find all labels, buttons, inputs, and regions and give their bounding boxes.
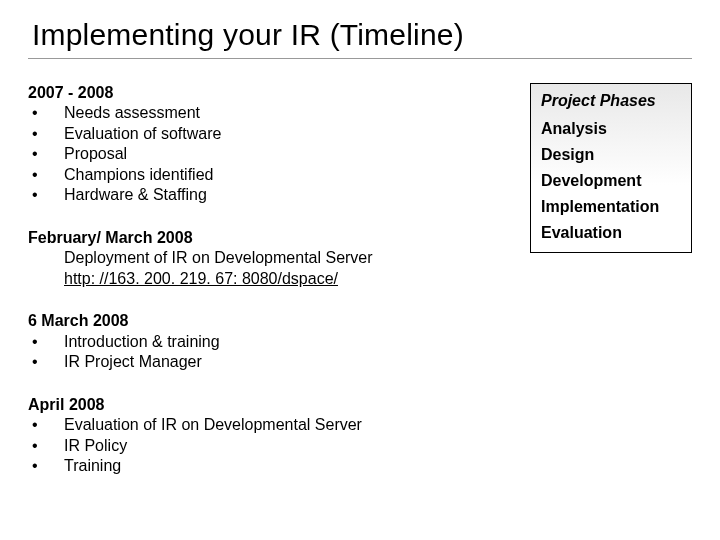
- section-heading: April 2008: [28, 395, 518, 415]
- bullet-list: Evaluation of IR on Developmental Server…: [28, 415, 518, 476]
- list-item: Evaluation of software: [28, 124, 518, 144]
- list-item: IR Policy: [28, 436, 518, 456]
- list-item: Introduction & training: [28, 332, 518, 352]
- section-heading: February/ March 2008: [28, 228, 518, 248]
- slide: Implementing your IR (Timeline) 2007 - 2…: [0, 0, 720, 540]
- section-feb-march-2008: February/ March 2008 Deployment of IR on…: [28, 228, 518, 289]
- deployment-link-line: http: //163. 200. 219. 67: 8080/dspace/: [28, 269, 518, 289]
- indent-text: Deployment of IR on Developmental Server: [28, 248, 518, 268]
- content-column: 2007 - 2008 Needs assessment Evaluation …: [28, 83, 530, 499]
- phase-item: Design: [541, 146, 681, 164]
- phase-item: Analysis: [541, 120, 681, 138]
- list-item: Champions identified: [28, 165, 518, 185]
- section-heading: 2007 - 2008: [28, 83, 518, 103]
- phase-item: Evaluation: [541, 224, 681, 242]
- list-item: IR Project Manager: [28, 352, 518, 372]
- phases-title: Project Phases: [541, 92, 681, 110]
- list-item: Proposal: [28, 144, 518, 164]
- bullet-list: Needs assessment Evaluation of software …: [28, 103, 518, 205]
- bullet-list: Introduction & training IR Project Manag…: [28, 332, 518, 373]
- section-2007-2008: 2007 - 2008 Needs assessment Evaluation …: [28, 83, 518, 206]
- slide-body: 2007 - 2008 Needs assessment Evaluation …: [28, 83, 692, 499]
- list-item: Training: [28, 456, 518, 476]
- section-6-march-2008: 6 March 2008 Introduction & training IR …: [28, 311, 518, 372]
- phase-item: Development: [541, 172, 681, 190]
- list-item: Hardware & Staffing: [28, 185, 518, 205]
- list-item: Needs assessment: [28, 103, 518, 123]
- section-april-2008: April 2008 Evaluation of IR on Developme…: [28, 395, 518, 477]
- project-phases-box: Project Phases Analysis Design Developme…: [530, 83, 692, 253]
- slide-title: Implementing your IR (Timeline): [28, 18, 692, 59]
- deployment-link[interactable]: http: //163. 200. 219. 67: 8080/dspace/: [64, 270, 338, 287]
- list-item: Evaluation of IR on Developmental Server: [28, 415, 518, 435]
- phase-item: Implementation: [541, 198, 681, 216]
- section-heading: 6 March 2008: [28, 311, 518, 331]
